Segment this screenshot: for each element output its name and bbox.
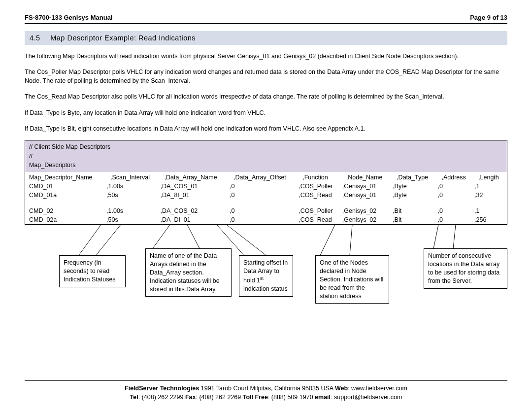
paragraph: If Data_Type is Bit, eight consecutive l… bbox=[25, 124, 507, 133]
table-header-line: // bbox=[29, 152, 503, 161]
footer-label: Web bbox=[335, 385, 348, 392]
cell: ,0 bbox=[437, 191, 474, 200]
table-row: CMD_01a ,50s ,DA_8I_01 ,0 ,COS_Read ,Gen… bbox=[25, 191, 507, 200]
col-header: ,Data_Type bbox=[393, 172, 437, 182]
cell: ,Byte bbox=[393, 182, 437, 191]
cell: ,1 bbox=[474, 182, 507, 191]
footer-label: Tel bbox=[130, 394, 138, 401]
cell: ,0 bbox=[230, 215, 299, 224]
map-descriptor-table: // Client Side Map Descriptors // Map_De… bbox=[25, 140, 507, 225]
table-row: CMD_01 ,1.00s ,DA_COS_01 ,0 ,COS_Poller … bbox=[25, 182, 507, 191]
cell: ,Bit bbox=[393, 206, 437, 215]
svg-line-3 bbox=[187, 225, 200, 248]
footer-text: : (888) 509 1970 bbox=[268, 394, 315, 401]
doc-title: FS-8700-133 Genisys Manual bbox=[25, 14, 112, 21]
table-header-line: // Client Side Map Descriptors bbox=[29, 142, 503, 152]
cell: ,32 bbox=[474, 191, 507, 200]
cell: ,0 bbox=[437, 182, 474, 191]
paragraph: The Cos_Poller Map Descriptor polls VHLC… bbox=[25, 68, 507, 85]
footer-label: Fax bbox=[185, 394, 196, 401]
callout-starting-offset: Starting offset in Data Array to hold 1s… bbox=[239, 255, 293, 297]
col-header: ,Node_Name bbox=[342, 172, 393, 182]
cell: ,0 bbox=[437, 206, 474, 215]
svg-line-2 bbox=[153, 225, 170, 248]
footer-text: : support@fieldserver.com bbox=[331, 394, 402, 401]
cell: ,1.00s bbox=[106, 182, 161, 191]
svg-line-9 bbox=[453, 225, 456, 248]
cell: ,0 bbox=[437, 215, 474, 224]
callout-layer: Frequency (in seconds) to read Indicatio… bbox=[25, 225, 507, 333]
cell: ,COS_Poller bbox=[299, 182, 342, 191]
cell: ,Genisys_01 bbox=[342, 191, 393, 200]
cell: ,Genisys_01 bbox=[342, 182, 393, 191]
footer-label: Toll Free bbox=[243, 394, 268, 401]
cell: ,256 bbox=[474, 215, 507, 224]
cell: ,DA_8I_01 bbox=[161, 191, 230, 200]
page-footer: FieldServer Technologies 1991 Tarob Cour… bbox=[25, 380, 507, 403]
callout-node-name: One of the Nodes declared in Node Sectio… bbox=[315, 255, 389, 304]
table-row: CMD_02 ,1.00s ,DA_COS_02 ,0 ,COS_Poller … bbox=[25, 206, 507, 215]
cell: ,0 bbox=[230, 191, 299, 200]
spacer-row bbox=[25, 200, 507, 206]
cell: CMD_01a bbox=[25, 191, 106, 200]
cell: ,0 bbox=[230, 206, 299, 215]
cell: ,50s bbox=[106, 215, 161, 224]
callout-length: Number of consecutive locations in the D… bbox=[424, 248, 507, 289]
footer-company: FieldServer Technologies bbox=[125, 385, 199, 392]
table-header-block: // Client Side Map Descriptors // Map_De… bbox=[25, 140, 507, 172]
footer-text: : www.fieldserver.com bbox=[348, 385, 407, 392]
page-number: Page 9 of 13 bbox=[470, 14, 507, 21]
callout-text: indication status bbox=[243, 285, 288, 292]
cell: ,DA_COS_02 bbox=[161, 206, 230, 215]
cell: ,50s bbox=[106, 191, 161, 200]
cell: CMD_01 bbox=[25, 182, 106, 191]
col-header: Map_Descriptor_Name bbox=[25, 172, 106, 182]
section-heading: 4.5 Map Descriptor Example: Read Indicat… bbox=[25, 31, 507, 45]
footer-text: 1991 Tarob Court Milpitas, California 95… bbox=[199, 385, 335, 392]
col-header: ,Address bbox=[437, 172, 474, 182]
table-column-row: Map_Descriptor_Name ,Scan_Interval ,Data… bbox=[25, 172, 507, 182]
cell: CMD_02 bbox=[25, 206, 106, 215]
footer-line: FieldServer Technologies 1991 Tarob Cour… bbox=[25, 384, 507, 393]
footer-text: : (408) 262 2269 bbox=[196, 394, 242, 401]
section-title: Map Descriptor Example: Read Indications bbox=[50, 34, 196, 42]
cell: ,COS_Read bbox=[299, 215, 342, 224]
callout-frequency: Frequency (in seconds) to read Indicatio… bbox=[59, 255, 126, 287]
col-header: ,Scan_Interval bbox=[106, 172, 161, 182]
paragraph: If Data_Type is Byte, any location in Da… bbox=[25, 108, 507, 117]
data-table: Map_Descriptor_Name ,Scan_Interval ,Data… bbox=[25, 172, 507, 224]
callout-data-array-name: Name of one of the Data Arrays defined i… bbox=[145, 248, 232, 297]
cell: ,0 bbox=[230, 182, 299, 191]
cell: ,Bit bbox=[393, 215, 437, 224]
section-number: 4.5 bbox=[30, 34, 40, 42]
superscript: st bbox=[260, 276, 264, 281]
paragraph: The Cos_Read Map Descriptor also polls V… bbox=[25, 92, 507, 101]
cell: ,Genisys_02 bbox=[342, 215, 393, 224]
svg-line-7 bbox=[350, 225, 352, 255]
table-header-line: Map_Descriptors bbox=[29, 161, 503, 170]
paragraph: The following Map Descriptors will read … bbox=[25, 52, 507, 61]
callout-text: Starting offset in Data Array to hold 1 bbox=[243, 259, 288, 284]
col-header: ,Length bbox=[474, 172, 507, 182]
svg-line-5 bbox=[227, 225, 266, 255]
col-header: ,Data_Array_Offset bbox=[230, 172, 299, 182]
cell: ,Genisys_02 bbox=[342, 206, 393, 215]
cell: ,1.00s bbox=[106, 206, 161, 215]
col-header: ,Function bbox=[299, 172, 342, 182]
page-header: FS-8700-133 Genisys Manual Page 9 of 13 bbox=[25, 14, 507, 24]
cell: ,COS_Poller bbox=[299, 206, 342, 215]
svg-line-8 bbox=[433, 225, 438, 248]
cell: ,1 bbox=[474, 206, 507, 215]
cell: ,DA_COS_01 bbox=[161, 182, 230, 191]
cell: CMD_02a bbox=[25, 215, 106, 224]
footer-line: Tel: (408) 262 2299 Fax: (408) 262 2269 … bbox=[25, 393, 507, 402]
table-row: CMD_02a ,50s ,DA_DI_01 ,0 ,COS_Read ,Gen… bbox=[25, 215, 507, 224]
cell: ,DA_DI_01 bbox=[161, 215, 230, 224]
footer-label: email bbox=[315, 394, 331, 401]
cell: ,COS_Read bbox=[299, 191, 342, 200]
footer-text: : (408) 262 2299 bbox=[138, 394, 185, 401]
col-header: ,Data_Array_Name bbox=[161, 172, 230, 182]
svg-line-0 bbox=[79, 225, 101, 255]
svg-line-6 bbox=[320, 225, 335, 255]
cell: ,Byte bbox=[393, 191, 437, 200]
